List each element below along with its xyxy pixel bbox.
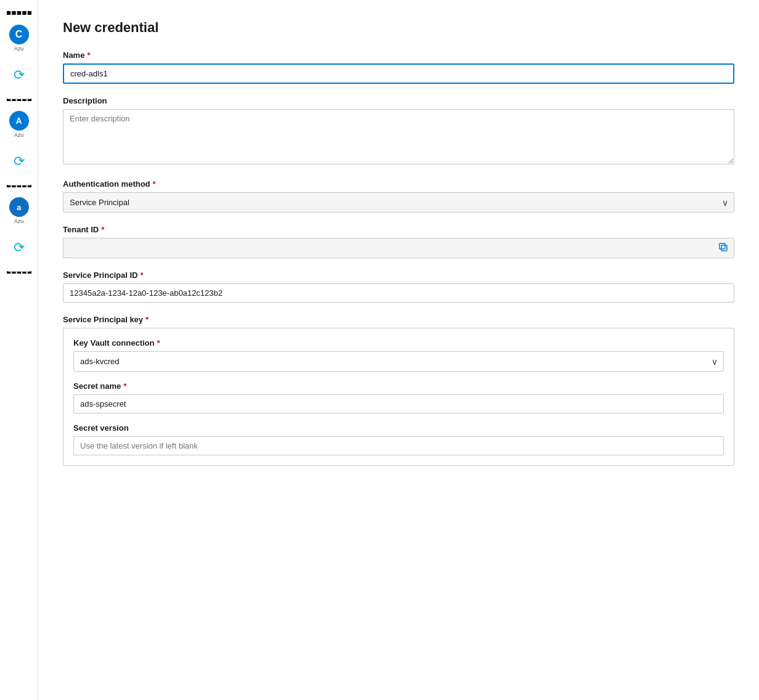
sidebar-divider-top: [7, 11, 31, 15]
description-group: Description: [63, 96, 734, 167]
svg-rect-0: [721, 245, 727, 251]
sp-key-label: Service Principal key *: [63, 315, 734, 324]
tenant-id-wrapper: [63, 238, 734, 258]
name-required: *: [87, 51, 90, 60]
sidebar-az-sublabel: Azu: [14, 132, 24, 138]
sidebar-divider-bottom: [7, 271, 31, 274]
sidebar-item-link3[interactable]: ⟳: [2, 230, 36, 265]
sidebar-item-link2[interactable]: ⟳: [2, 144, 36, 179]
sidebar-ad-sublabel: Azu: [14, 218, 24, 224]
auth-method-select-wrapper: Service Principal ∨: [63, 192, 734, 213]
sidebar-item-co[interactable]: C Azu: [2, 21, 36, 55]
sp-id-group: Service Principal ID *: [63, 271, 734, 303]
description-label: Description: [63, 96, 734, 105]
sp-id-label: Service Principal ID *: [63, 271, 734, 280]
sidebar-divider-mid1: [7, 99, 31, 101]
auth-method-group: Authentication method * Service Principa…: [63, 179, 734, 213]
kv-connection-label: Key Vault connection *: [73, 338, 724, 348]
auth-method-label: Authentication method *: [63, 179, 734, 189]
name-label: Name *: [63, 51, 734, 60]
kv-connection-required: *: [157, 338, 160, 348]
auth-method-required: *: [153, 179, 156, 189]
sidebar-item-link1[interactable]: ⟳: [2, 58, 36, 92]
sp-id-required: *: [140, 271, 143, 280]
sidebar-az-icon: A: [9, 111, 29, 131]
kv-connection-select-wrapper: ads-kvcred ∨: [73, 351, 724, 372]
sidebar-ad-icon: a: [9, 197, 29, 217]
sidebar-link2-icon: ⟳: [14, 153, 25, 169]
secret-version-input[interactable]: [73, 436, 724, 455]
sidebar-item-az[interactable]: A Azu: [2, 107, 36, 142]
sp-id-input[interactable]: [63, 283, 734, 303]
auth-method-select[interactable]: Service Principal: [63, 192, 734, 213]
tenant-id-required: *: [101, 225, 104, 234]
secret-name-input[interactable]: [73, 394, 724, 413]
secret-version-label: Secret version: [73, 423, 724, 433]
sidebar-item-ad[interactable]: a Azu: [2, 193, 36, 228]
secret-name-group: Secret name *: [73, 381, 724, 413]
secret-name-required: *: [123, 381, 126, 391]
name-input[interactable]: [63, 63, 734, 84]
sidebar-link3-icon: ⟳: [14, 240, 25, 256]
kv-connection-group: Key Vault connection * ads-kvcred ∨: [73, 338, 724, 372]
kv-connection-select[interactable]: ads-kvcred: [73, 351, 724, 372]
sp-key-required: *: [146, 315, 149, 324]
sp-key-section: Key Vault connection * ads-kvcred ∨ Secr…: [63, 328, 734, 466]
tenant-id-label: Tenant ID *: [63, 225, 734, 234]
copy-icon: [718, 242, 728, 252]
sidebar-divider-mid2: [7, 185, 31, 187]
sidebar-co-sublabel: Azu: [14, 46, 24, 52]
sidebar-co-icon: C: [9, 25, 29, 44]
page-title: New credential: [63, 20, 734, 36]
main-content: New credential Name * Description Authen…: [38, 0, 759, 700]
secret-version-group: Secret version: [73, 423, 724, 455]
secret-name-label: Secret name *: [73, 381, 724, 391]
tenant-id-copy-button[interactable]: [717, 241, 729, 256]
name-group: Name *: [63, 51, 734, 84]
tenant-id-input[interactable]: [63, 238, 734, 258]
tenant-id-group: Tenant ID *: [63, 225, 734, 258]
sp-key-group: Service Principal key * Key Vault connec…: [63, 315, 734, 466]
svg-rect-1: [720, 243, 725, 249]
sidebar-link1-icon: ⟳: [14, 67, 25, 83]
sidebar: C Azu ⟳ A Azu ⟳ a Azu ⟳: [0, 0, 38, 700]
description-input[interactable]: [63, 109, 734, 165]
